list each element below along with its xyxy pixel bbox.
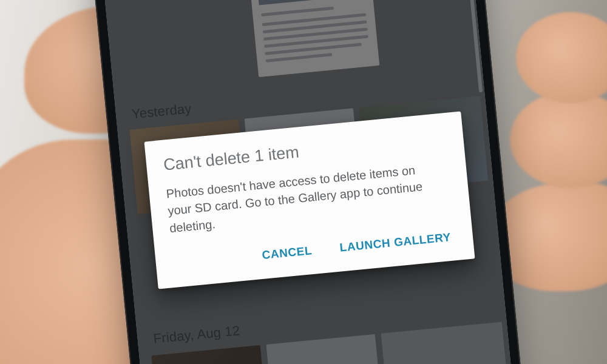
dialog-body: Photos doesn't have access to delete ite… bbox=[166, 160, 430, 237]
cancel-button[interactable]: CANCEL bbox=[257, 239, 317, 268]
hand-finger bbox=[516, 12, 607, 103]
phone-screen: Yesterday Friday, Aug 12 Can't delete 1 … bbox=[101, 0, 518, 364]
launch-gallery-button[interactable]: LAUNCH GALLERY bbox=[335, 226, 456, 260]
permission-dialog: Can't delete 1 item Photos doesn't have … bbox=[144, 111, 475, 289]
phone-frame: Yesterday Friday, Aug 12 Can't delete 1 … bbox=[90, 0, 529, 364]
hand-finger bbox=[510, 91, 607, 188]
